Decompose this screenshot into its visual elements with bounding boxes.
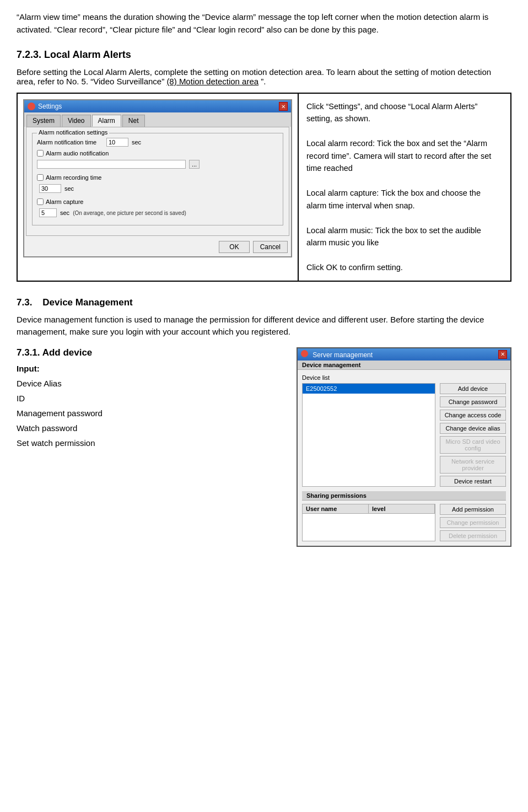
sharing-permissions-area: Sharing permissions User name level Add … — [302, 491, 506, 541]
settings-dialog-container: Settings ✕ System Video Alarm Net Alarm … — [18, 94, 299, 281]
device-layout: 7.3.1. Add device Input: Device Alias ID… — [17, 347, 511, 547]
browse-button[interactable]: ... — [189, 160, 200, 169]
change-password-button[interactable]: Change password — [440, 396, 506, 407]
capture-unit: sec — [60, 209, 69, 216]
section-72-paragraph: Before setting the Local Alarm Alerts, c… — [17, 67, 511, 86]
device-list-box: E25002552 — [302, 383, 435, 487]
device-button-column: Add device Change password Change access… — [440, 383, 506, 487]
network-service-button: Network service provider — [440, 456, 506, 474]
change-access-code-button[interactable]: Change access code — [440, 410, 506, 421]
srv-body: Device list E25002552 Add device Change … — [298, 370, 510, 546]
field-id: ID — [17, 394, 285, 403]
settings-dialog: Settings ✕ System Video Alarm Net Alarm … — [23, 99, 292, 257]
change-device-alias-button[interactable]: Change device alias — [440, 423, 506, 434]
capture-input[interactable] — [39, 208, 57, 217]
audio-file-input[interactable] — [37, 160, 186, 169]
sharing-col-username: User name — [303, 504, 369, 513]
dialog-close-button[interactable]: ✕ — [279, 102, 288, 111]
recording-time-input[interactable] — [39, 184, 61, 193]
sharing-table-header: User name level — [303, 504, 435, 514]
alarm-table: Settings ✕ System Video Alarm Net Alarm … — [17, 93, 511, 282]
device-list-label: Device list — [302, 374, 506, 381]
tab-net[interactable]: Net — [122, 115, 145, 127]
capture-row: Alarm capture — [37, 198, 278, 205]
section-73-paragraph: Device management function is used to ma… — [17, 314, 511, 338]
alarm-notification-group: Alarm notification settings Alarm notifi… — [32, 133, 283, 225]
audio-notification-row: Alarm audio notification — [37, 150, 278, 157]
audio-notification-checkbox[interactable] — [37, 150, 44, 157]
section-731-heading: 7.3.1. Add device — [17, 347, 285, 358]
sharing-button-column: Add permission Change permission Delete … — [440, 504, 506, 541]
capture-field-row: sec (On average, one picture per second … — [37, 208, 278, 217]
capture-checkbox[interactable] — [37, 198, 44, 205]
instruction-1: Click “Settings”, and choose “Local Alar… — [306, 102, 477, 123]
dialog-app-icon — [28, 103, 35, 110]
device-left-panel: 7.3.1. Add device Input: Device Alias ID… — [17, 347, 285, 453]
recording-time-field-row: sec — [37, 184, 278, 193]
cancel-button[interactable]: Cancel — [253, 241, 288, 253]
recording-time-row: Alarm recording time — [37, 174, 278, 181]
capture-label: Alarm capture — [46, 198, 83, 205]
capture-note: (On average, one picture per second is s… — [73, 210, 186, 216]
srv-title: Server management — [313, 351, 373, 359]
group-label: Alarm notification settings — [37, 129, 109, 136]
instruction-3: Local alarm capture: Tick the box and ch… — [306, 189, 481, 209]
add-permission-button[interactable]: Add permission — [440, 504, 506, 515]
device-list-area: E25002552 Add device Change password Cha… — [302, 383, 506, 487]
dialog-footer: OK Cancel — [24, 238, 291, 256]
dialog-title: Settings — [38, 103, 62, 110]
section-72-heading: 7.2.3. Local Alarm Alerts — [17, 49, 511, 61]
device-restart-button[interactable]: Device restart — [440, 476, 506, 487]
recording-label: Alarm recording time — [46, 174, 101, 181]
srv-app-icon — [301, 350, 308, 357]
notification-time-label: Alarm notification time — [37, 139, 103, 146]
field-device-alias: Device Alias — [17, 379, 285, 388]
dialog-body: Alarm notification settings Alarm notifi… — [26, 127, 289, 236]
recording-time-unit: sec — [64, 185, 74, 192]
tab-system[interactable]: System — [26, 115, 61, 127]
instruction-5: Click OK to confirm setting. — [306, 263, 403, 272]
change-permission-button: Change permission — [440, 517, 506, 528]
instruction-4: Local alarm music: Tick the box to set t… — [306, 226, 481, 247]
instruction-2: Local alarm record: Tick the box and set… — [306, 139, 491, 173]
notification-time-row: Alarm notification time sec — [37, 138, 278, 147]
dialog-tabs: System Video Alarm Net — [24, 112, 291, 127]
server-management-dialog-container: Server management ✕ Device management De… — [297, 347, 511, 547]
field-watch-password: Watch password — [17, 423, 285, 433]
audio-notification-label: Alarm audio notification — [46, 150, 109, 157]
section-7-2-3: 7.2.3. Local Alarm Alerts Before setting… — [17, 49, 511, 282]
notification-time-unit: sec — [132, 139, 141, 146]
notification-time-input[interactable] — [106, 138, 128, 147]
add-device-button[interactable]: Add device — [440, 383, 506, 394]
input-fields-list: Device Alias ID Management password Watc… — [17, 379, 285, 448]
section-73-heading: 7.3. Device Management — [17, 297, 511, 308]
delete-permission-button: Delete permission — [440, 530, 506, 541]
sharing-layout: User name level Add permission Change pe… — [302, 504, 506, 541]
input-label: Input: — [17, 364, 285, 373]
ok-button[interactable]: OK — [219, 241, 249, 253]
srv-section-label: Device management — [298, 361, 510, 370]
srv-close-button[interactable]: ✕ — [498, 350, 507, 359]
device-list-item[interactable]: E25002552 — [303, 384, 435, 394]
server-management-dialog: Server management ✕ Device management De… — [297, 347, 511, 547]
alarm-instructions: Click “Settings”, and choose “Local Alar… — [299, 94, 510, 281]
sharing-label: Sharing permissions — [302, 491, 506, 501]
tab-alarm[interactable]: Alarm — [92, 115, 121, 127]
sharing-col-level: level — [369, 504, 435, 513]
field-management-password: Management password — [17, 408, 285, 418]
micro-sd-button: Micro SD card video config — [440, 436, 506, 454]
intro-paragraph: “Alarm view time” means the duration sho… — [17, 11, 511, 36]
recording-checkbox[interactable] — [37, 174, 44, 181]
section-7-3: 7.3. Device Management Device management… — [17, 297, 511, 547]
tab-video[interactable]: Video — [62, 115, 90, 127]
motion-detection-link[interactable]: (8) Motion detection area — [166, 77, 258, 86]
dialog-titlebar: Settings ✕ — [24, 100, 291, 112]
srv-titlebar: Server management ✕ — [298, 348, 510, 361]
audio-file-row: ... — [37, 160, 278, 169]
sharing-table: User name level — [302, 504, 435, 541]
field-watch-permission: Set watch permission — [17, 438, 285, 448]
